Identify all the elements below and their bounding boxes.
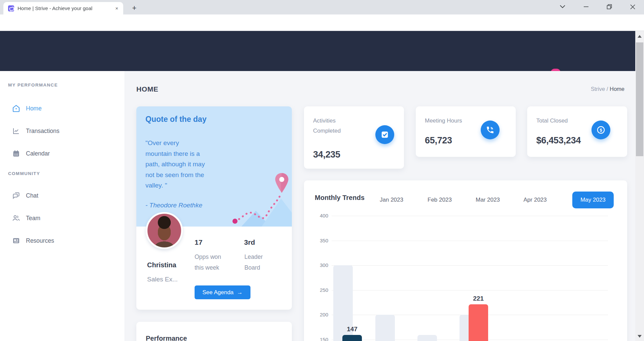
stat-leaderboard-label: Leader [244,253,263,261]
sidebar-item-label: Home [26,105,42,112]
total-closed-card: Total Closed $ $6,453,234 [527,106,627,157]
phone-call-icon [481,121,500,139]
quote-panel: Quote of the day "Over every mountain th… [136,106,292,227]
bar-value-label: 221 [465,295,492,302]
stat-opps-label2: this week [195,264,219,271]
breadcrumb-current: Home [610,86,624,92]
arrow-right-icon: → [237,289,243,296]
quote-author: - Theodore Roethke [145,202,202,209]
y-axis-tick: 150 [310,337,328,341]
breadcrumb-parent[interactable]: Strive [591,86,605,92]
newspaper-icon [12,237,20,245]
quote-text: "Over every mountain there is a path, al… [145,138,205,191]
bar-value-label: 147 [339,326,366,333]
tab-close-icon[interactable]: × [114,5,120,11]
page-scrollbar[interactable] [635,31,644,341]
line-chart-icon [12,127,20,135]
tab-search-chevron-icon[interactable] [555,0,570,13]
close-window-button[interactable] [625,0,640,13]
users-icon [12,214,20,222]
scrollbar-down-arrow[interactable] [638,335,642,338]
y-axis-tick: 300 [310,262,328,268]
home-icon [12,104,20,112]
stat-card-label: Total Closed [536,116,568,126]
sidebar-item-label: Chat [26,192,38,199]
stat-opps-value: 17 [195,238,202,246]
background-bar[interactable] [375,315,395,341]
sidebar-item-chat[interactable]: Chat [0,187,125,204]
check-square-icon [375,125,394,144]
sidebar-section-my-performance: MY PERFORMANCE [8,82,58,88]
svg-text:$: $ [600,128,602,133]
value-bar[interactable] [469,304,488,341]
monthly-trends-card: Monthly Trends Jan 2023 Feb 2023 Mar 202… [304,180,627,341]
tab-strip: Home | Strive - Achieve your goal × + [0,0,644,14]
sidebar-item-label: Team [26,215,40,222]
sidebar-item-resources[interactable]: Resources [0,232,125,249]
sidebar-item-home[interactable]: Home [0,100,125,117]
activities-completed-card: Activities Completed 34,235 [304,106,404,169]
value-bar[interactable] [342,335,362,341]
gridline [332,216,608,216]
y-axis-tick: 200 [310,312,328,317]
gridline [332,241,608,241]
sidebar-section-community: COMMUNITY [8,171,40,176]
sidebar-item-label: Transactions [26,128,60,135]
stat-opps-label: Opps won [195,253,221,261]
browser-tab[interactable]: Home | Strive - Achieve your goal × [3,2,123,14]
main-content: HOME Strive / Home Quote of the day "Ove… [125,71,635,341]
gridline [332,265,608,266]
page-title: HOME [136,85,158,93]
breadcrumb-separator: / [607,86,608,92]
stat-card-label: Meeting Hours [425,116,462,126]
app-navbar: ACME 3 Christina [0,31,635,71]
gridline [332,290,608,291]
browser-toolbar: get-strive-app.herokuapp.com/dashboard [0,14,644,31]
sidebar-item-transactions[interactable]: Transactions [0,122,125,140]
profile-avatar [146,212,183,249]
y-axis-tick: 350 [310,238,328,243]
sidebar-item-calendar[interactable]: Calendar [0,145,125,162]
new-tab-button[interactable]: + [129,3,139,13]
sidebar-item-team[interactable]: Team [0,209,125,227]
sidebar-item-label: Resources [26,237,54,244]
see-agenda-button[interactable]: See Agenda→ [195,285,250,299]
chat-bubbles-icon [12,192,20,200]
quote-title: Quote of the day [145,115,206,124]
background-bar[interactable] [417,335,437,341]
quote-card: Quote of the day "Over every mountain th… [136,106,292,310]
stat-leaderboard-value: 3rd [244,238,255,246]
browser-window: Home | Strive - Achieve your goal × + [0,0,644,341]
stat-card-label: Activities Completed [313,116,357,136]
performance-card: Performance [136,322,292,341]
sidebar: MY PERFORMANCE Home Transactions Calenda… [0,71,125,341]
performance-title: Performance [146,335,187,341]
stat-card-value: 34,235 [313,149,340,160]
strive-favicon-icon [8,5,14,11]
y-axis-tick: 250 [310,287,328,293]
stat-leaderboard-label2: Board [244,264,260,271]
profile-name: Christina [147,261,176,269]
scrollbar-up-arrow[interactable] [638,35,642,38]
y-axis-tick: 400 [310,213,328,218]
sidebar-item-label: Calendar [26,150,50,157]
profile-role: Sales Ex... [147,276,178,283]
breadcrumb: Strive / Home [591,86,624,92]
stat-card-value: 65,723 [425,135,452,146]
calendar-icon [12,149,20,158]
stat-card-value: $6,453,234 [536,135,581,146]
mountain-path-illustration [228,171,292,227]
tab-title: Home | Strive - Achieve your goal [18,5,114,11]
meeting-hours-card: Meeting Hours 65,723 [416,106,516,157]
scrollbar-thumb[interactable] [636,42,643,156]
minimize-button[interactable] [578,0,594,13]
restore-button[interactable] [602,0,617,13]
dollar-icon: $ [591,121,610,139]
bar-chart: 400350300250200150147221 [304,180,627,341]
